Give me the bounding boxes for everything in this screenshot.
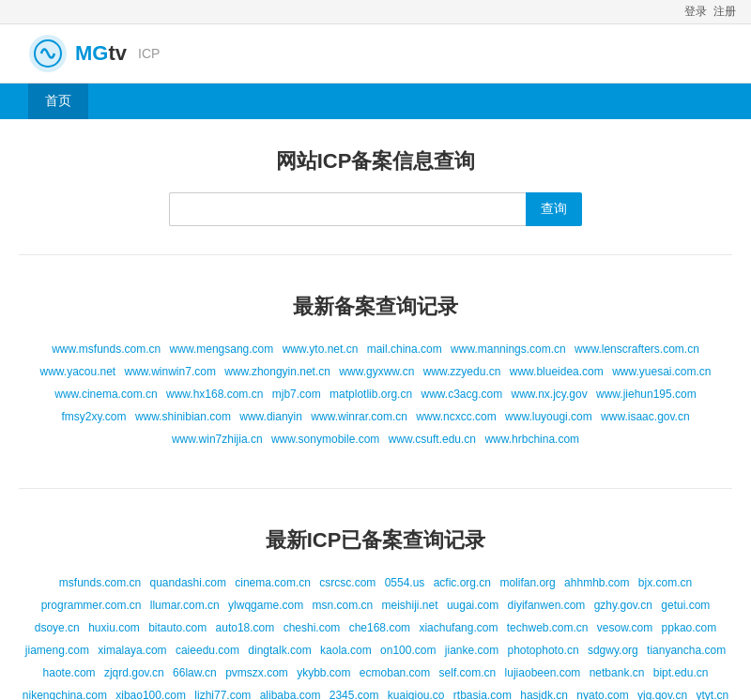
icp-query-link[interactable]: tianyancha.com [647, 644, 726, 657]
icp-query-link[interactable]: kuaigiou.co [388, 689, 445, 700]
recent-query-link[interactable]: www.c3acg.com [421, 388, 502, 401]
icp-query-link[interactable]: 2345.com [330, 689, 379, 700]
recent-query-link[interactable]: www.winrar.com.cn [311, 410, 407, 423]
icp-query-section: 最新ICP已备案查询记录 msfunds.com.cn quandashi.co… [19, 508, 732, 700]
icp-query-link[interactable]: netbank.cn [590, 666, 645, 679]
icp-query-link[interactable]: bjx.com.cn [638, 576, 692, 589]
login-link[interactable]: 登录 [684, 5, 707, 18]
register-link[interactable]: 注册 [713, 5, 736, 18]
icp-query-link[interactable]: 0554.us [385, 576, 425, 589]
recent-query-link[interactable]: www.dianyin [239, 410, 302, 423]
recent-query-link[interactable]: www.ncxcc.com [416, 410, 496, 423]
icp-query-link[interactable]: pvmszx.com [225, 666, 288, 679]
icp-query-link[interactable]: auto18.com [216, 621, 275, 634]
icp-query-link[interactable]: zjqrd.gov.cn [104, 666, 164, 679]
search-input[interactable] [169, 192, 526, 226]
icp-query-link[interactable]: on100.com [380, 644, 436, 657]
recent-query-link[interactable]: www.shinibian.com [135, 410, 231, 423]
recent-query-link[interactable]: matplotlib.org.cn [330, 388, 412, 401]
icp-query-link[interactable]: msfunds.com.cn [59, 576, 141, 589]
recent-query-link[interactable]: www.yto.net.cn [283, 342, 359, 356]
icp-query-link[interactable]: ykybb.com [297, 666, 350, 679]
icp-query-link[interactable]: techweb.com.cn [507, 621, 589, 634]
recent-query-link[interactable]: www.win7zhijia.cn [172, 433, 263, 446]
logo-area: MGtv ICP [28, 34, 160, 73]
logo-icon [28, 34, 68, 73]
icp-query-link[interactable]: meishiji.net [382, 599, 438, 612]
icp-query-link[interactable]: lujiaobeen.com [505, 666, 581, 679]
icp-query-link[interactable]: 66law.cn [173, 666, 217, 679]
icp-query-link[interactable]: kaola.com [320, 644, 372, 657]
icp-query-link[interactable]: vesow.com [597, 621, 652, 634]
icp-query-link[interactable]: dingtalk.com [248, 644, 311, 657]
recent-query-link[interactable]: www.winwin7.com [125, 365, 216, 378]
recent-query-link[interactable]: www.isaac.gov.cn [601, 410, 689, 423]
icp-query-link[interactable]: ahhmhb.com [564, 576, 629, 589]
nav-link-home[interactable]: 首页 [28, 84, 88, 119]
recent-query-link[interactable]: www.lenscrafters.com.cn [575, 342, 699, 356]
icp-query-link[interactable]: getui.com [661, 599, 710, 612]
icp-query-link[interactable]: yjg.gov.cn [637, 689, 687, 700]
icp-query-link[interactable]: cinema.com.cn [235, 576, 311, 589]
recent-query-link[interactable]: www.hrbchina.com [484, 433, 579, 446]
icp-query-link[interactable]: alibaba.com [260, 689, 321, 700]
icp-query-link[interactable]: ecmoban.com [360, 666, 430, 679]
recent-query-link[interactable]: fmsy2xy.com [61, 410, 126, 423]
icp-query-link[interactable]: jianke.com [445, 644, 498, 657]
icp-query-link[interactable]: ppkao.com [662, 621, 717, 634]
recent-query-link[interactable]: www.gyxww.cn [339, 365, 414, 378]
icp-query-link[interactable]: ximalaya.com [98, 644, 166, 657]
icp-query-link[interactable]: hasjdk.cn [520, 689, 568, 700]
icp-query-link[interactable]: cheshi.com [284, 621, 341, 634]
icp-query-link[interactable]: diyifanwen.com [508, 599, 586, 612]
recent-query-link[interactable]: www.mengsang.com [170, 342, 274, 356]
recent-query-link[interactable]: www.csuft.edu.cn [389, 433, 476, 446]
icp-query-link[interactable]: photophoto.cn [508, 644, 579, 657]
recent-query-link[interactable]: www.zzyedu.cn [423, 365, 501, 378]
icp-query-link[interactable]: jiameng.com [25, 644, 89, 657]
icp-query-link[interactable]: huxiu.com [88, 621, 140, 634]
icp-query-link[interactable]: molifan.org [499, 576, 555, 589]
icp-query-link[interactable]: quandashi.com [150, 576, 226, 589]
recent-query-link[interactable]: www.luyougi.com [505, 410, 592, 423]
recent-query-link[interactable]: www.nx.jcy.gov [512, 388, 588, 401]
icp-query-link[interactable]: programmer.com.cn [41, 599, 142, 612]
recent-query-link[interactable]: www.yuesai.com.cn [612, 365, 711, 378]
icp-query-link[interactable]: csrcsc.com [319, 576, 376, 589]
icp-query-link[interactable]: rtbasia.com [453, 689, 512, 700]
icp-query-link[interactable]: gzhy.gov.cn [594, 599, 652, 612]
icp-query-link[interactable]: msn.com.cn [312, 599, 373, 612]
nav-item-home[interactable]: 首页 [28, 84, 88, 119]
icp-query-link[interactable]: llumar.com.cn [150, 599, 220, 612]
recent-query-link[interactable]: mail.china.com [367, 342, 442, 356]
recent-query-link[interactable]: www.zhongyin.net.cn [224, 365, 330, 378]
recent-query-link[interactable]: www.msfunds.com.cn [52, 342, 161, 356]
icp-query-link[interactable]: che168.com [349, 621, 410, 634]
icp-query-link[interactable]: self.com.cn [439, 666, 497, 679]
icp-query-link[interactable]: lizhi77.com [194, 689, 251, 700]
recent-query-link[interactable]: mjb7.com [272, 388, 321, 401]
icp-query-link[interactable]: bipt.edu.cn [653, 666, 709, 679]
recent-query-link[interactable]: www.blueidea.com [510, 365, 604, 378]
search-section: 网站ICP备案信息查询 查询 [19, 147, 732, 226]
icp-query-link[interactable]: acfic.org.cn [434, 576, 491, 589]
recent-query-link[interactable]: www.mannings.com.cn [451, 342, 566, 356]
icp-query-link[interactable]: sdgwy.org [588, 644, 638, 657]
icp-query-link[interactable]: caieedu.com [176, 644, 239, 657]
icp-query-link[interactable]: haote.com [43, 666, 96, 679]
icp-query-link[interactable]: nikengchina.com [23, 689, 107, 700]
icp-query-link[interactable]: dsoye.cn [35, 621, 80, 634]
recent-query-link[interactable]: www.hx168.com.cn [166, 388, 263, 401]
icp-query-link[interactable]: nyato.com [576, 689, 628, 700]
icp-query-link[interactable]: bitauto.com [148, 621, 207, 634]
icp-query-link[interactable]: ylwqgame.com [228, 599, 303, 612]
recent-query-link[interactable]: www.yacou.net [39, 365, 115, 378]
recent-query-link[interactable]: www.jiehun195.com [596, 388, 697, 401]
icp-query-link[interactable]: xiachufang.com [419, 621, 498, 634]
recent-query-link[interactable]: www.cinema.com.cn [54, 388, 157, 401]
icp-query-link[interactable]: ytyt.cn [696, 689, 728, 700]
search-button[interactable]: 查询 [526, 192, 582, 226]
icp-query-link[interactable]: xibao100.com [115, 689, 186, 700]
recent-query-link[interactable]: www.sonymobile.com [271, 433, 379, 446]
icp-query-link[interactable]: uugai.com [447, 599, 498, 612]
